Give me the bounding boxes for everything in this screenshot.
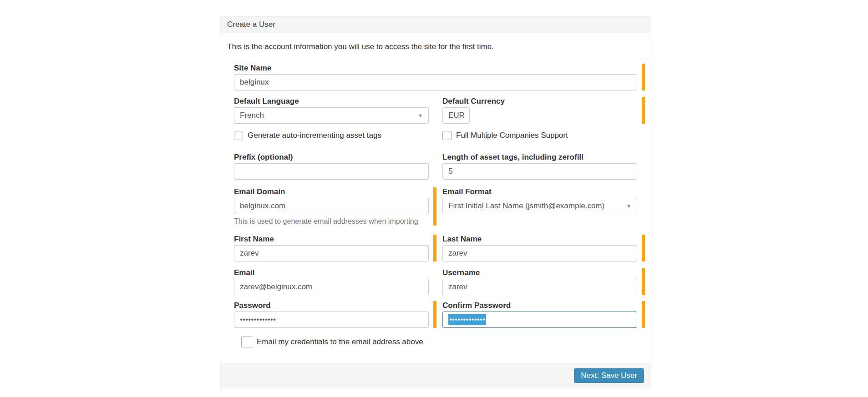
field-last-name: Last Name <box>436 235 644 261</box>
zerofill-label: Length of asset tags, including zerofill <box>442 153 637 161</box>
first-name-input[interactable] <box>234 245 429 261</box>
email-username-row: Email Username <box>227 268 644 295</box>
email-format-value: First Initial Last Name (jsmith@example.… <box>448 201 604 211</box>
email-domain-format-row: Email Domain This is used to generate em… <box>227 187 644 226</box>
last-name-label: Last Name <box>442 235 637 243</box>
field-first-name: First Name <box>227 235 436 261</box>
required-indicator <box>642 301 645 328</box>
first-name-label: First Name <box>234 235 429 243</box>
language-currency-row: Default Language French ▼ Default Curren… <box>227 97 644 124</box>
email-label: Email <box>234 268 429 277</box>
options-checkbox-row: Generate auto-incrementing asset tags Fu… <box>227 131 644 140</box>
multiple-companies-label: Full Multiple Companies Support <box>456 131 568 140</box>
last-name-input[interactable] <box>442 245 637 261</box>
email-format-label: Email Format <box>442 187 637 196</box>
field-username: Username <box>436 268 644 295</box>
email-credentials-row: Email my credentials to the email addres… <box>227 337 644 347</box>
default-language-select[interactable]: French ▼ <box>234 107 429 124</box>
zerofill-input[interactable] <box>442 163 637 180</box>
username-input[interactable] <box>442 279 637 295</box>
email-credentials-label: Email my credentials to the email addres… <box>257 337 423 347</box>
auto-increment-label: Generate auto-incrementing asset tags <box>248 131 381 140</box>
field-zerofill: Length of asset tags, including zerofill <box>436 153 644 180</box>
dropdown-arrow-icon: ▼ <box>626 203 631 209</box>
password-row: Password Confirm Password ••••••••••••• <box>227 301 644 328</box>
field-email: Email <box>227 268 436 295</box>
field-prefix: Prefix (optional) <box>227 153 436 180</box>
confirm-password-input[interactable]: ••••••••••••• <box>442 312 637 328</box>
required-indicator <box>642 235 645 261</box>
email-input[interactable] <box>234 279 429 295</box>
email-domain-input[interactable] <box>234 198 429 214</box>
default-language-label: Default Language <box>234 97 429 106</box>
selected-password-text: ••••••••••••• <box>448 314 486 325</box>
password-label: Password <box>234 301 429 310</box>
default-language-value: French <box>240 111 264 120</box>
card-body: This is the account information you will… <box>220 33 651 363</box>
field-password: Password <box>227 301 436 328</box>
required-indicator <box>642 268 645 295</box>
prefix-input[interactable] <box>234 163 429 180</box>
default-currency-label: Default Currency <box>442 97 637 106</box>
prefix-zerofill-row: Prefix (optional) Length of asset tags, … <box>227 153 644 180</box>
card-title: Create a User <box>227 20 275 29</box>
password-input[interactable] <box>234 312 429 328</box>
email-credentials-checkbox[interactable] <box>241 337 252 347</box>
create-user-card: Create a User This is the account inform… <box>220 16 651 388</box>
intro-text: This is the account information you will… <box>227 42 644 51</box>
auto-increment-checkbox[interactable] <box>234 131 243 140</box>
field-confirm-password: Confirm Password ••••••••••••• <box>436 301 644 328</box>
field-multiple-companies: Full Multiple Companies Support <box>436 131 644 140</box>
field-default-language: Default Language French ▼ <box>227 97 436 124</box>
email-domain-label: Email Domain <box>234 187 429 196</box>
field-email-domain: Email Domain This is used to generate em… <box>227 187 436 226</box>
prefix-label: Prefix (optional) <box>234 153 429 161</box>
card-header: Create a User <box>220 16 651 33</box>
default-currency-input[interactable] <box>442 107 470 124</box>
name-row: First Name Last Name <box>227 235 644 261</box>
email-domain-help-text: This is used to generate email addresses… <box>234 217 429 226</box>
field-default-currency: Default Currency <box>436 97 644 124</box>
site-name-row: Site Name <box>227 64 644 90</box>
username-label: Username <box>442 268 637 277</box>
required-indicator <box>642 64 645 90</box>
site-name-input[interactable] <box>234 74 637 90</box>
required-indicator <box>642 97 645 124</box>
dropdown-arrow-icon: ▼ <box>418 113 423 118</box>
field-email-format: Email Format First Initial Last Name (js… <box>436 187 644 226</box>
site-name-label: Site Name <box>234 64 637 72</box>
email-format-select[interactable]: First Initial Last Name (jsmith@example.… <box>442 198 637 214</box>
multiple-companies-checkbox[interactable] <box>442 131 452 140</box>
card-footer: Next: Save User <box>220 363 651 388</box>
next-save-user-button[interactable]: Next: Save User <box>574 368 644 383</box>
field-auto-increment: Generate auto-incrementing asset tags <box>227 131 436 140</box>
confirm-password-label: Confirm Password <box>442 301 637 310</box>
field-site-name: Site Name <box>227 64 644 90</box>
field-email-credentials: Email my credentials to the email addres… <box>234 337 644 347</box>
